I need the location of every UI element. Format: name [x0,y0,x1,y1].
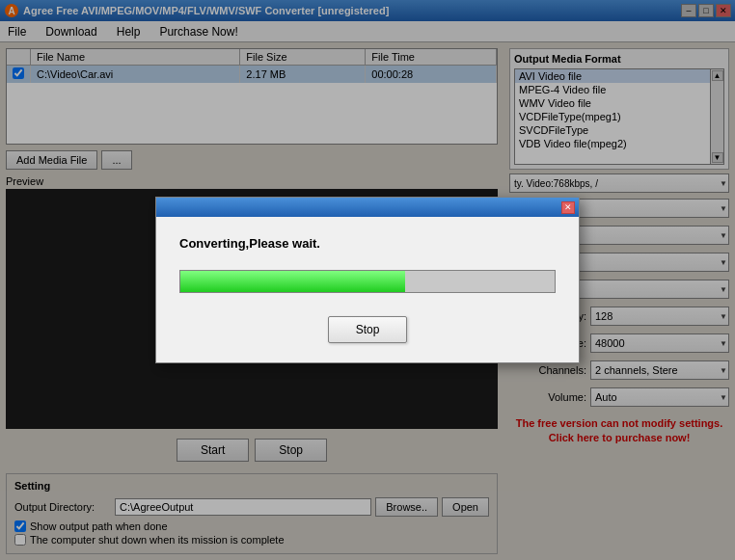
modal-message: Converting,Please wait. [179,236,556,251]
progress-bar-container [179,270,556,293]
modal-title-bar: ✕ [156,198,579,217]
modal-body: Converting,Please wait. Stop [156,217,579,362]
modal-dialog: ✕ Converting,Please wait. Stop [155,197,580,363]
modal-stop-button[interactable]: Stop [328,316,408,343]
modal-overlay: ✕ Converting,Please wait. Stop [0,0,735,560]
modal-close-button[interactable]: ✕ [561,201,575,214]
progress-bar-fill [180,271,405,292]
